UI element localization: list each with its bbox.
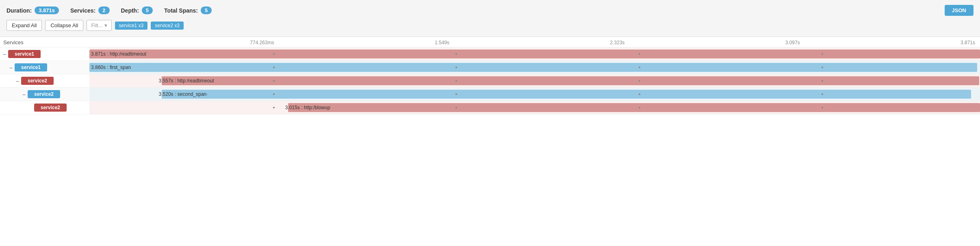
timeline-header: Services 774.263ms 1.549s 2.323s 3.097s … <box>0 37 980 47</box>
span-bar-3 <box>162 90 971 99</box>
service-label-0: service1 <box>8 50 41 58</box>
span-bar-4 <box>288 103 980 112</box>
dot-marker-1-3 <box>822 67 823 68</box>
tick-4: 3.097s <box>785 40 800 45</box>
top-bar: Duration: 3.871s Services: 2 Depth: 5 To… <box>0 0 980 37</box>
chevron-down-icon: ▾ <box>104 22 107 28</box>
dot-marker-4-1 <box>455 107 457 108</box>
stats-row: Duration: 3.871s Services: 2 Depth: 5 To… <box>7 6 212 14</box>
total-spans-label: Total Spans: <box>164 7 198 14</box>
span-left-0: –service1 <box>0 48 89 60</box>
service-label-2: service2 <box>21 77 54 85</box>
services-label: Services: <box>70 7 95 14</box>
dot-marker-3-2 <box>639 93 640 95</box>
expand-all-button[interactable]: Expand All <box>7 20 42 31</box>
depth-stat: Depth: 5 <box>121 6 153 14</box>
duration-stat: Duration: 3.871s <box>7 6 59 14</box>
span-right-2: 3.557s : http:/readtimeout <box>89 74 980 87</box>
dot-marker-2-2 <box>639 80 640 82</box>
dot-marker-4-0 <box>273 107 275 108</box>
duration-badge: 3.871s <box>35 6 59 14</box>
span-right-3: 3.520s : second_span· <box>89 88 980 101</box>
dot-marker-1-2 <box>639 67 640 68</box>
span-left-3: –service2 <box>0 88 89 100</box>
span-bar-2 <box>162 76 979 85</box>
service-label-1: service1 <box>15 63 47 71</box>
total-spans-stat: Total Spans: 5 <box>164 6 212 14</box>
timeline-ticks-container: 774.263ms 1.549s 2.323s 3.097s 3.871s <box>89 40 980 45</box>
span-right-4: 3.015s : http:/blowup <box>89 101 980 114</box>
span-bar-1 <box>89 63 977 72</box>
table-row: –service23.520s : second_span· <box>0 88 980 101</box>
dot-marker-2-1 <box>455 80 457 82</box>
dot-marker-1-1 <box>455 67 457 68</box>
depth-badge: 5 <box>142 6 153 14</box>
duration-label: Duration: <box>7 7 32 14</box>
expand-icon-1[interactable]: – <box>7 65 15 71</box>
span-info-text-1: 3.860s : first_span <box>89 65 131 70</box>
span-left-4: service2 <box>0 102 89 113</box>
tick-2: 1.549s <box>435 40 449 45</box>
dot-marker-4-2 <box>639 107 640 108</box>
depth-label: Depth: <box>121 7 139 14</box>
span-rows: –service13.871s : http:/readtimeout–serv… <box>0 47 980 114</box>
service-tag-2[interactable]: service2 x3 <box>151 22 184 30</box>
span-left-1: –service1 <box>0 62 89 73</box>
tick-5: 3.871s <box>960 40 975 45</box>
dot-marker-4-3 <box>822 107 823 108</box>
table-row: –service13.871s : http:/readtimeout <box>0 47 980 61</box>
span-right-0: 3.871s : http:/readtimeout <box>89 47 980 60</box>
dot-marker-1-0 <box>273 67 275 68</box>
collapse-all-button[interactable]: Collapse All <box>45 20 83 31</box>
json-button[interactable]: JSON <box>945 5 973 16</box>
services-badge: 2 <box>98 6 109 14</box>
services-stat: Services: 2 <box>70 6 110 14</box>
expand-icon-3[interactable]: – <box>20 91 28 97</box>
timeline-section: Services 774.263ms 1.549s 2.323s 3.097s … <box>0 37 980 114</box>
expand-icon-2[interactable]: – <box>14 78 21 84</box>
table-row: –service23.557s : http:/readtimeout <box>0 74 980 88</box>
span-info-text-0: 3.871s : http:/readtimeout <box>89 51 146 57</box>
service-label-4: service2 <box>34 104 67 112</box>
dot-marker-0-1 <box>455 53 457 55</box>
dot-marker-2-0 <box>273 80 275 82</box>
service-tag-1[interactable]: service1 x3 <box>115 22 148 30</box>
table-row: –service13.860s : first_span <box>0 61 980 74</box>
span-left-2: –service2 <box>0 75 89 86</box>
dot-marker-3-0 <box>273 93 275 95</box>
span-info-text-3: 3.520s : second_span· <box>157 91 208 97</box>
span-info-text-4: 3.015s : http:/blowup <box>284 105 330 110</box>
service-label-3: service2 <box>28 90 60 98</box>
dot-marker-0-3 <box>822 53 823 55</box>
timeline-ticks: 774.263ms 1.549s 2.323s 3.097s 3.871s <box>89 40 980 45</box>
filter-label: Filt... <box>91 22 102 28</box>
dot-marker-3-1 <box>455 93 457 95</box>
dot-marker-0-2 <box>639 53 640 55</box>
expand-icon-0[interactable]: – <box>1 51 8 57</box>
span-bar-0 <box>89 50 980 58</box>
span-info-text-2: 3.557s : http:/readtimeout <box>157 78 214 84</box>
dot-marker-0-0 <box>273 53 275 55</box>
filter-dropdown[interactable]: Filt... ▾ <box>87 20 111 31</box>
total-spans-badge: 5 <box>201 6 212 14</box>
table-row: service23.015s : http:/blowup <box>0 101 980 114</box>
tick-1: 774.263ms <box>250 40 274 45</box>
controls-row: Expand All Collapse All Filt... ▾ servic… <box>7 20 973 31</box>
dot-marker-3-3 <box>822 93 823 95</box>
tick-3: 2.323s <box>610 40 624 45</box>
services-col-header: Services <box>0 39 89 45</box>
span-right-1: 3.860s : first_span <box>89 61 980 74</box>
dot-marker-2-3 <box>822 80 823 82</box>
